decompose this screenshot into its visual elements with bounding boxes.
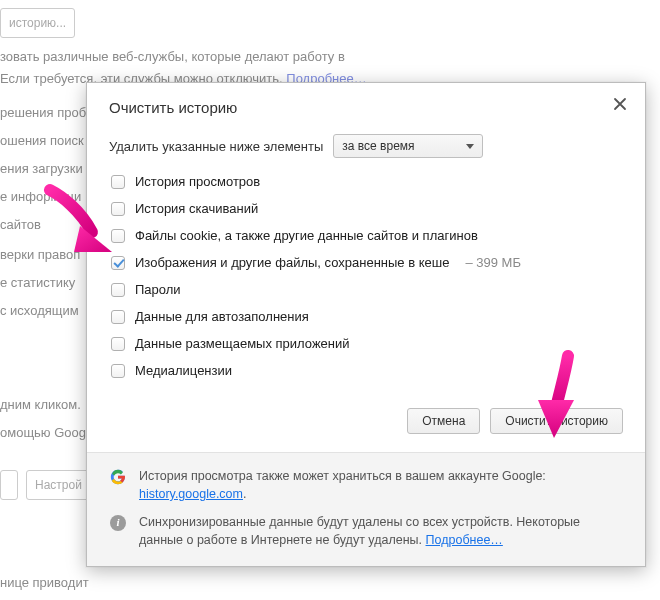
bg-footer-line: нице приводит [0,572,89,594]
checkbox-icon[interactable] [111,202,125,216]
bg-line-9: омощью Googl [0,422,89,444]
cancel-button[interactable]: Отмена [407,408,480,434]
bg-line-2: ения загрузки [0,158,83,180]
option-label: Файлы cookie, а также другие данные сайт… [135,228,478,243]
option-autofill[interactable]: Данные для автозаполнения [109,303,623,330]
option-download-history[interactable]: История скачиваний [109,195,623,222]
option-passwords[interactable]: Пароли [109,276,623,303]
bg-line-7: с исходящим [0,300,79,322]
checkbox-icon[interactable] [111,229,125,243]
footer-sync-text: Синхронизированные данные будут удалены … [139,513,623,549]
footer-google-text: История просмотра также может храниться … [139,467,623,503]
clear-history-dialog: Очистить историю Удалить указанные ниже … [86,82,646,567]
checkbox-icon[interactable] [111,337,125,351]
history-google-link[interactable]: history.google.com [139,487,243,501]
bg-line-4: сайтов [0,214,41,236]
clear-history-button[interactable]: Очистить историю [490,408,623,434]
bg-line-3: е информаци [0,186,81,208]
option-browsing-history[interactable]: История просмотров [109,168,623,195]
option-label: Пароли [135,282,181,297]
option-label: Медиалицензии [135,363,232,378]
bg-line-0: решения проб [0,102,86,124]
option-cached-images[interactable]: Изображения и другие файлы, сохраненные … [109,249,623,276]
bg-line-6: е статистику [0,272,75,294]
dialog-footer: История просмотра также может храниться … [87,452,645,566]
option-label: История просмотров [135,174,260,189]
close-button[interactable] [613,97,629,113]
sync-more-link[interactable]: Подробнее… [426,533,503,547]
bg-line-5: верки правоп [0,244,80,266]
checkbox-icon[interactable] [111,364,125,378]
option-label: История скачиваний [135,201,258,216]
cache-size-hint: – 399 МБ [465,255,521,270]
google-icon [109,467,127,503]
option-label: Данные для автозаполнения [135,309,309,324]
range-label: Удалить указанные ниже элементы [109,139,323,154]
option-label: Данные размещаемых приложений [135,336,350,351]
option-label: Изображения и другие файлы, сохраненные … [135,255,449,270]
time-range-value: за все время [342,139,414,153]
info-icon: i [109,513,127,549]
bg-line-8: дним кликом. [0,394,81,416]
close-icon [613,97,627,111]
checkbox-icon[interactable] [111,283,125,297]
checkbox-icon[interactable] [111,310,125,324]
dialog-title: Очистить историю [109,99,623,116]
bg-line-1: ошения поиск [0,130,84,152]
checkbox-icon[interactable] [111,175,125,189]
chevron-down-icon [466,144,474,149]
option-hosted-app-data[interactable]: Данные размещаемых приложений [109,330,623,357]
checkbox-icon[interactable] [111,256,125,270]
option-cookies[interactable]: Файлы cookie, а также другие данные сайт… [109,222,623,249]
option-media-licenses[interactable]: Медиалицензии [109,357,623,384]
bg-settings-button: Настрой [26,470,91,500]
bg-history-button: историю... [0,8,75,38]
time-range-select[interactable]: за все время [333,134,483,158]
